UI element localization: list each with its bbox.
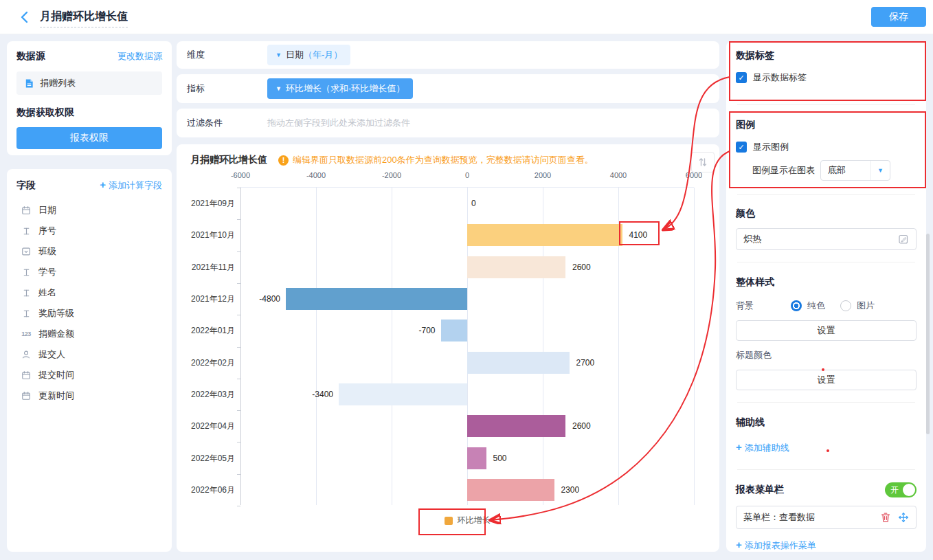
filter-label: 过滤条件 bbox=[187, 117, 267, 129]
checkbox-checked-icon[interactable]: ✓ bbox=[736, 142, 747, 153]
background-label: 背景 bbox=[736, 300, 785, 312]
move-icon[interactable] bbox=[898, 512, 909, 523]
datasource-item-label: 捐赠列表 bbox=[40, 77, 76, 89]
category-label: 2021年11月 bbox=[181, 262, 235, 273]
title-color-label: 标题颜色 bbox=[736, 349, 917, 361]
divider bbox=[737, 262, 915, 262]
y-axis-tick bbox=[237, 315, 240, 315]
y-axis-line bbox=[240, 188, 241, 505]
warning-icon: ! bbox=[278, 155, 289, 166]
menu-toggle-on[interactable]: 开 bbox=[885, 482, 917, 497]
grid-line bbox=[392, 188, 392, 505]
field-item-学号[interactable]: 学号 bbox=[16, 262, 162, 282]
metric-label: 指标 bbox=[187, 82, 267, 95]
field-item-奖励等级[interactable]: 奖励等级 bbox=[16, 303, 162, 324]
field-label: 班级 bbox=[38, 245, 56, 258]
sort-button[interactable] bbox=[691, 152, 715, 172]
show-legend-text: 显示图例 bbox=[753, 141, 789, 153]
filter-row[interactable]: 过滤条件 拖动左侧字段到此处来添加过滤条件 bbox=[177, 109, 719, 137]
radio-image-unselected[interactable] bbox=[840, 300, 851, 311]
add-guide-line-link[interactable]: +添加辅助线 bbox=[736, 441, 789, 454]
category-label: 2021年10月 bbox=[181, 229, 235, 241]
metric-pill[interactable]: ▼ 环比增长（求和-环比增长值） bbox=[267, 78, 413, 99]
bar-2022年02月 bbox=[467, 352, 570, 374]
checkbox-checked-icon[interactable]: ✓ bbox=[736, 72, 747, 83]
show-legend-checkbox-row[interactable]: ✓ 显示图例 bbox=[736, 141, 917, 153]
y-axis-tick bbox=[237, 347, 240, 348]
calendar-icon bbox=[21, 391, 32, 401]
back-icon[interactable] bbox=[18, 10, 33, 25]
field-item-班级[interactable]: 班级 bbox=[16, 241, 162, 262]
chart-title: 月捐赠环比增长值 bbox=[190, 154, 267, 166]
show-data-label-checkbox-row[interactable]: ✓ 显示数据标签 bbox=[736, 71, 917, 84]
save-button[interactable]: 保存 bbox=[871, 7, 926, 27]
change-datasource-link[interactable]: 更改数据源 bbox=[117, 50, 162, 63]
data-label: -3400 bbox=[312, 389, 333, 400]
field-label: 学号 bbox=[38, 266, 56, 278]
field-item-捐赠金额[interactable]: 123捐赠金额 bbox=[16, 324, 162, 344]
radio-solid-selected[interactable] bbox=[791, 300, 802, 311]
datasource-card: 数据源 更改数据源 捐赠列表 数据获取权限 报表权限 bbox=[7, 41, 172, 155]
field-item-提交人[interactable]: 提交人 bbox=[16, 344, 162, 365]
radio-image-label[interactable]: 图片 bbox=[857, 300, 875, 312]
add-report-menu-link[interactable]: +添加报表操作菜单 bbox=[736, 539, 816, 552]
data-label: 4100 bbox=[629, 229, 648, 240]
field-item-提交时间[interactable]: 提交时间 bbox=[16, 365, 162, 385]
chart-legend[interactable]: 环比增长 bbox=[240, 515, 694, 526]
bar-2021年12月 bbox=[286, 288, 467, 310]
data-label: 2700 bbox=[576, 357, 595, 368]
report-permission-button[interactable]: 报表权限 bbox=[16, 127, 162, 149]
add-calc-field-link[interactable]: +添加计算字段 bbox=[100, 179, 162, 192]
legend-section-title: 图例 bbox=[736, 119, 917, 131]
bar-chart-plot: -6000-4000-200002000400060002021年09月0202… bbox=[240, 187, 694, 505]
data-label-section-title: 数据标签 bbox=[736, 49, 917, 62]
datasource-item[interactable]: 捐赠列表 bbox=[16, 71, 162, 95]
y-axis-tick bbox=[237, 506, 240, 506]
field-item-日期[interactable]: 日期 bbox=[16, 200, 162, 221]
text-icon bbox=[21, 289, 32, 298]
x-tick-label: -6000 bbox=[231, 171, 250, 179]
y-axis-tick bbox=[237, 219, 240, 220]
title-color-set-button[interactable]: 设置 bbox=[736, 370, 917, 390]
divider bbox=[737, 104, 915, 105]
metric-row: 指标 ▼ 环比增长（求和-环比增长值） bbox=[177, 74, 719, 103]
text-icon bbox=[21, 268, 32, 277]
chevron-down-icon: ▼ bbox=[276, 85, 282, 92]
category-label: 2022年02月 bbox=[181, 357, 235, 369]
person-icon bbox=[21, 350, 32, 359]
field-item-序号[interactable]: 序号 bbox=[16, 221, 162, 241]
category-label: 2022年01月 bbox=[181, 325, 235, 337]
field-label: 捐赠金额 bbox=[38, 328, 74, 340]
legend-position-select[interactable]: 底部 ▼ bbox=[820, 160, 890, 181]
select-icon bbox=[21, 247, 32, 256]
trash-icon[interactable] bbox=[880, 512, 891, 523]
field-item-姓名[interactable]: 姓名 bbox=[16, 282, 162, 303]
bar-2022年04月 bbox=[467, 415, 565, 437]
bar-2022年06月 bbox=[467, 479, 554, 501]
chevron-down-icon: ▼ bbox=[276, 52, 282, 58]
field-item-更新时间[interactable]: 更新时间 bbox=[16, 385, 162, 406]
x-tick-label: -4000 bbox=[306, 171, 326, 179]
style-section-title: 整体样式 bbox=[736, 276, 917, 289]
x-tick-label: 2000 bbox=[535, 171, 551, 179]
calendar-icon bbox=[21, 370, 32, 380]
field-label: 更新时间 bbox=[38, 390, 74, 402]
page-title[interactable]: 月捐赠环比增长值 bbox=[40, 10, 128, 27]
radio-solid-label[interactable]: 纯色 bbox=[807, 300, 825, 312]
scrollbar-thumb[interactable] bbox=[926, 234, 930, 434]
show-data-label-text: 显示数据标签 bbox=[753, 71, 807, 84]
fields-title: 字段 bbox=[16, 179, 36, 192]
edit-icon[interactable] bbox=[898, 234, 909, 245]
dimension-pill[interactable]: ▼ 日期（年-月） bbox=[267, 45, 350, 65]
legend-label: 环比增长 bbox=[458, 515, 491, 526]
warning-text: 编辑界面只取数据源前200条作为查询数据预览，完整数据请访问页面查看。 bbox=[293, 154, 594, 166]
guide-line-section-title: 辅助线 bbox=[736, 416, 917, 429]
data-label: 2300 bbox=[561, 484, 580, 495]
x-tick-label: -2000 bbox=[382, 171, 401, 179]
bar-2021年11月 bbox=[467, 256, 565, 278]
menu-item-row[interactable]: 菜单栏：查看数据 bbox=[736, 506, 917, 529]
field-label: 序号 bbox=[38, 225, 56, 237]
background-set-button[interactable]: 设置 bbox=[736, 320, 917, 341]
color-theme-input[interactable]: 炽热 bbox=[736, 228, 917, 250]
y-axis-tick bbox=[237, 251, 240, 252]
